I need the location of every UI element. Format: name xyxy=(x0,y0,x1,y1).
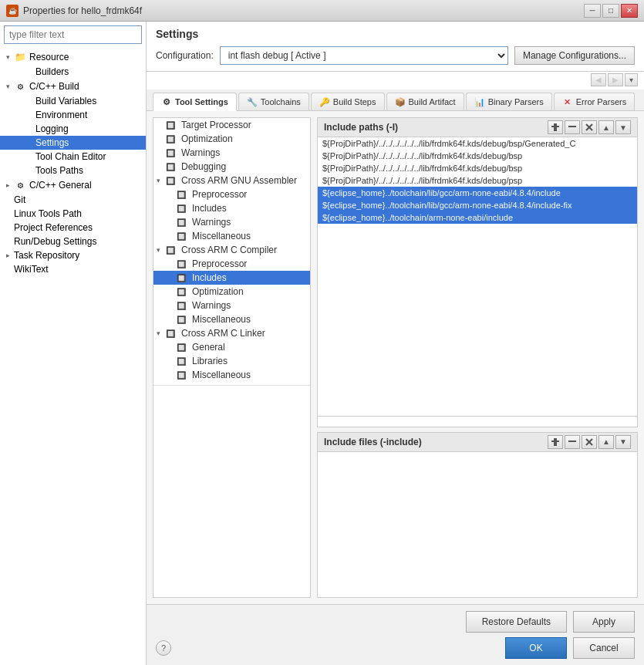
help-button[interactable]: ? xyxy=(156,640,171,656)
path-item-4[interactable]: ${eclipse_home}../toolchain/lib/gcc/arm-… xyxy=(318,187,637,199)
asm-pre-arrow xyxy=(167,191,177,198)
manage-configurations-button[interactable]: Manage Configurations... xyxy=(514,46,635,65)
sidebar-item-wikitext[interactable]: WikiText xyxy=(0,262,146,276)
path-item-5[interactable]: ${eclipse_home}../toolchain/lib/gcc/arm-… xyxy=(318,199,637,211)
tab-tool-settings[interactable]: ⚙ Tool Settings xyxy=(153,93,237,111)
inner-tree-c-warnings[interactable]: 🔲 Warnings xyxy=(153,299,310,312)
forward-button[interactable]: ▶ xyxy=(608,73,623,86)
tab-build-steps[interactable]: 🔑 Build Steps xyxy=(311,93,385,110)
path-item-1[interactable]: ${ProjDirPath}/../../../../../../lib/frd… xyxy=(318,150,637,162)
inner-tree-linker-general[interactable]: 🔲 General xyxy=(153,340,310,354)
sidebar-item-builders[interactable]: Builders xyxy=(0,65,146,79)
apply-button[interactable]: Apply xyxy=(573,611,635,633)
warn-arrow xyxy=(157,149,166,157)
close-button[interactable]: ✕ xyxy=(621,4,638,18)
include-paths-add-btn[interactable] xyxy=(548,120,563,134)
asm-misc-icon: 🔲 xyxy=(177,232,189,241)
svg-rect-6 xyxy=(554,438,557,446)
caga-arrow: ▾ xyxy=(157,177,166,184)
config-nav: ◀ ▶ ▾ xyxy=(147,72,644,89)
c-misc-label: Miscellaneous xyxy=(192,314,251,325)
help-row: ? OK Cancel xyxy=(156,637,635,659)
include-paths-up-btn[interactable]: ▲ xyxy=(598,120,614,134)
sidebar-item-tools-paths[interactable]: Tools Paths xyxy=(0,164,146,177)
asm-inc-label: Includes xyxy=(192,203,227,214)
include-paths-delete-btn[interactable] xyxy=(582,120,597,134)
include-paths-down-btn[interactable]: ▼ xyxy=(615,120,631,134)
back-button[interactable]: ◀ xyxy=(591,73,606,86)
inner-tree-warnings[interactable]: 🔲 Warnings xyxy=(153,146,310,160)
bottom-btn-row-1: Restore Defaults Apply xyxy=(156,611,635,633)
restore-defaults-button[interactable]: Restore Defaults xyxy=(466,611,567,633)
maximize-button[interactable]: □ xyxy=(602,4,619,18)
linux-tools-arrow xyxy=(3,209,12,218)
inner-tree-asm-warnings[interactable]: 🔲 Warnings xyxy=(153,215,310,229)
minimize-button[interactable]: ─ xyxy=(584,4,601,18)
filter-input[interactable] xyxy=(4,25,142,44)
cancel-button[interactable]: Cancel xyxy=(573,637,635,659)
ok-button[interactable]: OK xyxy=(505,637,567,659)
inner-tree-linker-misc[interactable]: 🔲 Miscellaneous xyxy=(153,368,310,382)
include-files-add-btn[interactable] xyxy=(548,435,563,449)
inner-tree-c-misc[interactable]: 🔲 Miscellaneous xyxy=(153,312,310,326)
asm-misc-label: Miscellaneous xyxy=(192,231,251,241)
inner-tree-target-processor[interactable]: 🔲 Target Processor xyxy=(153,118,310,132)
config-select[interactable]: int flash debug [ Active ] xyxy=(220,46,508,65)
inner-tree-cross-arm-c-compiler[interactable]: ▾ 🔲 Cross ARM C Compiler xyxy=(153,243,310,257)
tab-binary-parsers[interactable]: 📊 Binary Parsers xyxy=(466,93,552,110)
sidebar-item-settings[interactable]: Settings xyxy=(0,136,146,150)
cpp-general-arrow xyxy=(3,181,12,190)
tab-build-artifact[interactable]: 📦 Build Artifact xyxy=(386,93,464,110)
sidebar-item-logging[interactable]: Logging xyxy=(0,122,146,136)
cacc-label: Cross ARM C Compiler xyxy=(181,245,277,255)
inner-tree-optimization[interactable]: 🔲 Optimization xyxy=(153,132,310,146)
inner-tree-cross-arm-c-linker[interactable]: ▾ 🔲 Cross ARM C Linker xyxy=(153,326,310,340)
include-files-delete-btn[interactable] xyxy=(582,435,597,449)
inner-tree-c-includes[interactable]: 🔲 Includes xyxy=(153,271,310,285)
include-paths-header: Include paths (-I) xyxy=(318,118,637,137)
path-item-2[interactable]: ${ProjDirPath}/../../../../../../lib/frd… xyxy=(318,162,637,174)
sidebar-item-linux-tools[interactable]: Linux Tools Path xyxy=(0,207,146,221)
path-item-3[interactable]: ${ProjDirPath}/../../../../../../lib/frd… xyxy=(318,174,637,187)
cacc-arrow: ▾ xyxy=(157,246,166,254)
inner-tree-panel: 🔲 Target Processor 🔲 Optimization 🔲 Warn… xyxy=(153,117,311,598)
inner-tree-asm-includes[interactable]: 🔲 Includes xyxy=(153,201,310,215)
sidebar-tree: 📁 Resource Builders ⚙ C/C++ Build Build … xyxy=(0,48,146,665)
sidebar-label-environment: Environment xyxy=(35,110,87,120)
sidebar-item-toolchain-editor[interactable]: Tool Chain Editor xyxy=(0,150,146,164)
include-paths-edit-btn[interactable] xyxy=(565,120,580,134)
inner-tree-c-preprocessor[interactable]: 🔲 Preprocessor xyxy=(153,257,310,271)
include-files-down-btn[interactable]: ▼ xyxy=(615,435,631,449)
inner-tree-asm-misc[interactable]: 🔲 Miscellaneous xyxy=(153,229,310,243)
include-paths-hscroll[interactable] xyxy=(318,416,637,427)
dropdown-button[interactable]: ▾ xyxy=(625,73,638,86)
inner-tree-linker-libraries[interactable]: 🔲 Libraries xyxy=(153,354,310,368)
binary-parsers-icon: 📊 xyxy=(474,96,485,107)
tab-toolchains[interactable]: 🔧 Toolchains xyxy=(238,93,309,110)
inner-tree-asm-preprocessor[interactable]: 🔲 Preprocessor xyxy=(153,187,310,201)
sidebar-item-run-debug[interactable]: Run/Debug Settings xyxy=(0,235,146,248)
sidebar-item-cpp-build[interactable]: ⚙ C/C++ Build xyxy=(0,79,146,94)
inner-tree-hscroll[interactable] xyxy=(153,385,310,396)
c-inc-arrow xyxy=(167,274,177,282)
path-item-6[interactable]: ${eclipse_home}../toolchain/arm-none-eab… xyxy=(318,211,637,224)
sidebar-item-git[interactable]: Git xyxy=(0,193,146,207)
c-inc-label: Includes xyxy=(192,272,227,283)
inner-tree-c-optimization[interactable]: 🔲 Optimization xyxy=(153,285,310,299)
c-pre-arrow xyxy=(167,260,177,268)
cpp-build-icon: ⚙ xyxy=(14,80,26,93)
include-files-up-btn[interactable]: ▲ xyxy=(598,435,614,449)
sidebar-item-resource[interactable]: 📁 Resource xyxy=(0,49,146,65)
include-files-edit-btn[interactable] xyxy=(565,435,580,449)
inner-tree-debugging[interactable]: 🔲 Debugging xyxy=(153,160,310,174)
sidebar-item-project-references[interactable]: Project References xyxy=(0,221,146,235)
sidebar-item-build-variables[interactable]: Build Variables xyxy=(0,94,146,108)
sidebar-item-task-repository[interactable]: Task Repository xyxy=(0,248,146,262)
tab-error-parsers[interactable]: ✕ Error Parsers xyxy=(554,93,635,110)
path-item-0[interactable]: ${ProjDirPath}/../../../../../../lib/frd… xyxy=(318,137,637,150)
l-lib-icon: 🔲 xyxy=(177,357,189,366)
window-title: Properties for hello_frdmk64f xyxy=(23,5,142,16)
sidebar-item-cpp-general[interactable]: ⚙ C/C++ General xyxy=(0,177,146,193)
inner-tree-cross-arm-gnu-asm[interactable]: ▾ 🔲 Cross ARM GNU Assembler xyxy=(153,174,310,187)
sidebar-item-environment[interactable]: Environment xyxy=(0,108,146,122)
